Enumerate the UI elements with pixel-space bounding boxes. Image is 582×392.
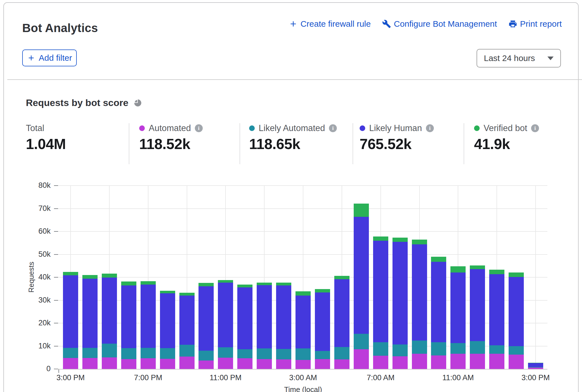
bar-segment-likely-human <box>450 272 466 343</box>
bar-600pm[interactable] <box>121 281 136 369</box>
bar-100am[interactable] <box>257 283 272 369</box>
bar-800am[interactable] <box>392 238 408 369</box>
bar-1000am[interactable] <box>431 257 446 369</box>
bar-900am[interactable] <box>412 240 427 369</box>
stat-likely-automated: Likely Automatedi118.65k <box>249 123 337 152</box>
pie-chart-icon <box>134 99 142 107</box>
bar-segment-likely-automated <box>102 344 117 357</box>
bar-segment-likely-automated <box>450 343 466 354</box>
bar-segment-likely-automated <box>334 347 349 359</box>
bar-1100am[interactable] <box>450 266 466 369</box>
x-axis-tick-label: 7:00 PM <box>120 373 176 382</box>
bar-segment-verified-bot <box>237 285 252 287</box>
bar-segment-likely-automated <box>257 348 272 359</box>
bar-800pm[interactable] <box>160 291 175 369</box>
bar-1200pm[interactable] <box>470 265 485 369</box>
x-axis-line <box>55 369 547 370</box>
bar-segment-likely-human <box>82 279 98 348</box>
bar-segment-verified-bot <box>121 281 136 285</box>
y-tick <box>54 231 58 232</box>
x-axis-tick-label: 7:00 AM <box>353 373 409 382</box>
y-axis-title: Requests <box>27 249 36 305</box>
bar-segment-automated <box>509 355 524 369</box>
bar-segment-automated <box>489 354 504 369</box>
bar-segment-verified-bot <box>82 275 98 279</box>
bar-segment-likely-automated <box>141 348 156 358</box>
bar-segment-likely-human <box>218 283 233 347</box>
bar-700pm[interactable] <box>141 281 156 369</box>
bar-900pm[interactable] <box>179 293 195 369</box>
bar-segment-automated <box>412 354 427 369</box>
stat-label: Automated <box>149 123 191 133</box>
bar-500pm[interactable] <box>102 274 117 369</box>
bar-segment-likely-automated <box>295 348 311 360</box>
info-icon[interactable]: i <box>329 124 337 132</box>
y-axis-tick-label: 30k <box>28 296 51 305</box>
bar-segment-likely-automated <box>276 349 291 359</box>
bar-segment-likely-human <box>198 286 214 351</box>
bar-300pm[interactable] <box>528 363 543 369</box>
stat-label: Verified bot <box>484 123 527 133</box>
bar-segment-likely-automated <box>63 348 78 358</box>
bar-segment-likely-human <box>276 285 291 349</box>
bar-segment-verified-bot <box>160 291 175 293</box>
stat-verified-bot: Verified boti41.9k <box>474 123 539 152</box>
bar-segment-automated <box>102 357 117 369</box>
gridline-v <box>535 186 536 369</box>
stat-value: 41.9k <box>474 136 539 152</box>
bar-segment-likely-human <box>102 278 117 344</box>
bar-segment-verified-bot <box>412 240 427 244</box>
create-firewall-rule-link[interactable]: Create firewall rule <box>289 19 371 29</box>
stat-divider <box>353 123 353 164</box>
y-tick <box>54 369 58 369</box>
bar-200pm[interactable] <box>509 272 524 369</box>
bar-400pm[interactable] <box>82 275 98 369</box>
bar-segment-automated <box>528 368 543 369</box>
bar-segment-verified-bot <box>315 289 330 292</box>
print-report-link[interactable]: Print report <box>508 19 562 29</box>
bar-segment-verified-bot <box>179 293 195 296</box>
bar-segment-automated <box>431 355 446 369</box>
y-axis-tick-label: 40k <box>28 273 51 281</box>
bar-600am[interactable] <box>354 204 369 369</box>
bar-segment-verified-bot <box>509 272 524 277</box>
bar-1100pm[interactable] <box>218 280 233 369</box>
add-filter-button[interactable]: Add filter <box>22 49 77 66</box>
configure-bot-management-link[interactable]: Configure Bot Management <box>382 19 497 29</box>
bar-segment-automated <box>334 359 349 369</box>
bar-segment-likely-automated <box>412 341 427 354</box>
plus-icon <box>27 54 35 62</box>
stat-total: Total1.04M <box>26 123 66 152</box>
bar-segment-automated <box>218 358 233 369</box>
bot-analytics-card: Bot Analytics Create firewall ruleConfig… <box>3 2 579 392</box>
likely-automated-legend-dot <box>249 125 255 131</box>
bar-400am[interactable] <box>315 289 330 369</box>
info-icon[interactable]: i <box>426 124 434 132</box>
y-axis-tick-label: 0 <box>28 364 51 373</box>
info-icon[interactable]: i <box>195 124 203 132</box>
gridline-h <box>59 231 547 232</box>
bar-segment-verified-bot <box>198 283 214 286</box>
bar-1000pm[interactable] <box>198 283 214 369</box>
bar-500am[interactable] <box>334 276 349 369</box>
bar-100pm[interactable] <box>489 270 504 369</box>
bar-segment-automated <box>354 349 369 369</box>
bar-700am[interactable] <box>373 236 388 369</box>
info-icon[interactable]: i <box>531 124 539 132</box>
bar-segment-likely-automated <box>82 348 98 358</box>
bar-segment-automated <box>179 357 195 369</box>
x-axis-tick-label: 3:00 PM <box>507 373 564 382</box>
bar-300pm[interactable] <box>63 272 78 369</box>
bar-200am[interactable] <box>276 283 291 369</box>
bar-segment-likely-automated <box>354 334 369 349</box>
bar-segment-likely-automated <box>431 342 446 355</box>
add-filter-label: Add filter <box>39 53 72 63</box>
likely-human-legend-dot <box>360 125 365 131</box>
bar-segment-likely-automated <box>237 349 252 359</box>
bar-1200am[interactable] <box>237 285 252 369</box>
y-axis-tick-label: 10k <box>28 342 51 350</box>
bar-segment-verified-bot <box>431 257 446 262</box>
stat-label: Total <box>26 123 44 133</box>
bar-300am[interactable] <box>295 291 311 369</box>
time-range-select[interactable]: Last 24 hours <box>477 49 561 67</box>
